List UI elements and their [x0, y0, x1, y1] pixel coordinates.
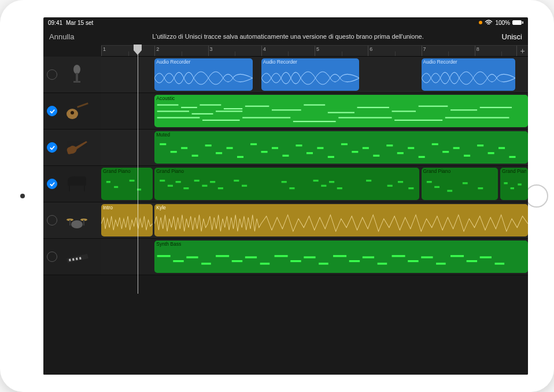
- svg-rect-110: [245, 256, 257, 258]
- track-header-acoustic[interactable]: [43, 93, 101, 130]
- add-section-button[interactable]: +: [516, 46, 528, 56]
- region-label: Grand Piano: [103, 168, 151, 175]
- svg-rect-108: [216, 255, 229, 257]
- bar-marker[interactable]: 6: [368, 46, 421, 56]
- audio-region[interactable]: Audio Recorder: [422, 58, 515, 91]
- svg-rect-77: [168, 185, 173, 187]
- svg-rect-107: [201, 262, 211, 264]
- svg-point-8: [71, 220, 83, 228]
- track-header-synth[interactable]: [43, 239, 101, 275]
- track-lane[interactable]: Muted: [101, 130, 528, 166]
- midi-region[interactable]: Grand Piano: [422, 168, 498, 200]
- svg-rect-49: [261, 151, 268, 153]
- svg-rect-125: [467, 260, 477, 262]
- track-lane[interactable]: Synth Bass: [101, 239, 528, 275]
- svg-rect-53: [306, 152, 313, 154]
- track-lane[interactable]: Intro Kyle: [101, 202, 528, 239]
- svg-rect-95: [408, 187, 413, 189]
- svg-rect-33: [157, 117, 200, 118]
- svg-rect-84: [234, 180, 239, 182]
- region-label: Muted: [156, 132, 526, 138]
- svg-rect-115: [319, 262, 328, 264]
- bar-marker[interactable]: 4: [261, 46, 315, 56]
- svg-rect-83: [218, 187, 223, 189]
- camera-dot: [20, 194, 25, 198]
- svg-rect-116: [333, 255, 346, 257]
- recording-indicator-icon: [479, 21, 482, 24]
- audio-region[interactable]: Audio Recorder: [261, 58, 360, 91]
- track-header-drums[interactable]: [43, 202, 101, 239]
- playhead[interactable]: [138, 45, 138, 294]
- track-select-checkbox[interactable]: [47, 252, 57, 262]
- track-select-checkbox[interactable]: [47, 215, 57, 225]
- svg-rect-127: [495, 262, 505, 264]
- midi-region[interactable]: Synth Bass: [154, 241, 528, 273]
- drum-region[interactable]: Intro: [101, 204, 153, 236]
- svg-rect-59: [373, 155, 379, 157]
- svg-rect-71: [509, 156, 516, 158]
- svg-rect-29: [392, 110, 416, 112]
- svg-rect-30: [419, 106, 448, 107]
- svg-rect-79: [184, 187, 189, 189]
- track-header-bass[interactable]: [43, 130, 101, 166]
- cancel-button[interactable]: Annulla: [49, 32, 74, 41]
- svg-rect-62: [408, 147, 414, 149]
- svg-rect-43: [192, 155, 198, 157]
- svg-rect-111: [260, 262, 270, 264]
- bar-marker[interactable]: 7: [422, 46, 475, 56]
- svg-rect-45: [216, 152, 222, 154]
- bar-marker[interactable]: 5: [315, 46, 368, 56]
- track-header-piano[interactable]: [43, 166, 101, 202]
- svg-rect-112: [275, 255, 288, 257]
- midi-region[interactable]: Grand Piano: [500, 168, 528, 200]
- bar-marker[interactable]: 3: [208, 46, 261, 56]
- midi-region[interactable]: Grand Piano: [154, 168, 419, 200]
- track-lane[interactable]: Acoustic: [101, 93, 528, 130]
- track-select-checkbox[interactable]: [47, 179, 57, 189]
- svg-rect-39: [445, 117, 509, 118]
- home-button[interactable]: [525, 184, 548, 208]
- drum-region[interactable]: Kyle: [154, 204, 528, 236]
- region-label: Grand Piano: [502, 168, 526, 175]
- svg-rect-89: [322, 185, 327, 187]
- region-label: Synth Bass: [156, 241, 526, 247]
- svg-rect-103: [518, 183, 521, 185]
- svg-rect-20: [224, 108, 242, 109]
- merge-button[interactable]: Unisci: [502, 32, 522, 41]
- svg-rect-93: [387, 185, 393, 187]
- svg-rect-91: [337, 187, 342, 189]
- svg-rect-119: [378, 262, 387, 264]
- region-label: Grand Piano: [423, 168, 497, 175]
- audio-region[interactable]: Audio Recorder: [154, 58, 253, 91]
- svg-rect-69: [488, 152, 494, 154]
- bar-marker[interactable]: 1: [101, 46, 154, 56]
- midi-region[interactable]: Grand Piano: [101, 168, 153, 200]
- track-select-checkbox[interactable]: [47, 142, 57, 153]
- svg-rect-76: [160, 180, 165, 182]
- svg-rect-51: [283, 155, 289, 157]
- svg-rect-126: [480, 256, 492, 258]
- svg-rect-65: [442, 151, 449, 153]
- track-lane[interactable]: Grand Piano Grand Piano: [101, 166, 528, 202]
- track-lane[interactable]: Audio Recorder Audio Recorder Audio Reco…: [101, 57, 528, 93]
- bar-marker[interactable]: 2: [154, 46, 208, 56]
- tracks-area: Audio Recorder Audio Recorder Audio Reco…: [43, 57, 528, 375]
- midi-region[interactable]: Muted: [154, 131, 528, 164]
- region-label: Grand Piano: [156, 168, 418, 175]
- svg-rect-121: [408, 260, 418, 262]
- svg-rect-78: [176, 181, 181, 183]
- svg-rect-5: [77, 102, 88, 108]
- track-header-mic[interactable]: [43, 57, 101, 93]
- midi-region[interactable]: Acoustic: [154, 95, 528, 127]
- track-lanes[interactable]: Audio Recorder Audio Recorder Audio Reco…: [101, 57, 528, 375]
- svg-rect-67: [464, 155, 470, 157]
- track-select-checkbox[interactable]: [47, 69, 57, 80]
- timeline-ruler[interactable]: 1 2 3 4 5 6 7 8 +: [101, 45, 528, 57]
- track-select-checkbox[interactable]: [47, 106, 57, 116]
- wifi-icon: [485, 20, 493, 25]
- svg-rect-55: [328, 156, 334, 158]
- status-time: 09:41: [48, 20, 62, 26]
- svg-rect-18: [181, 107, 197, 108]
- svg-rect-124: [450, 255, 464, 257]
- svg-rect-24: [245, 106, 269, 107]
